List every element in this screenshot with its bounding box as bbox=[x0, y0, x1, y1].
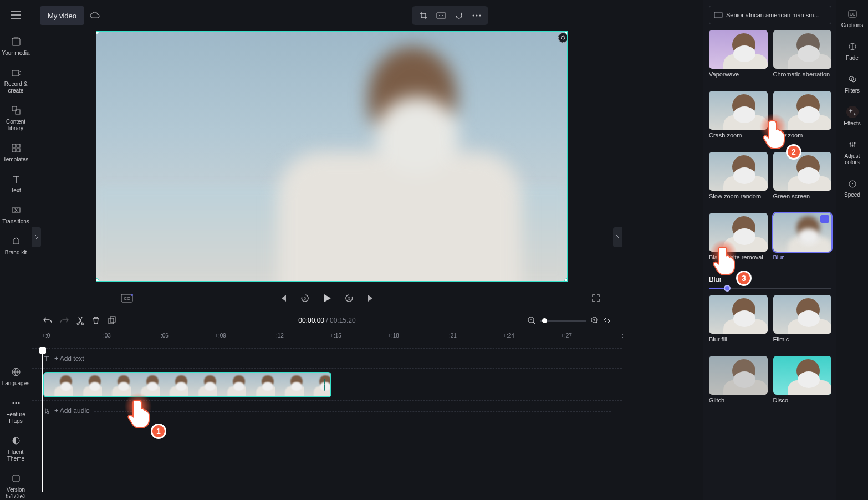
rail-version[interactable]: Version f5173e3 bbox=[1, 472, 32, 500]
rail-text[interactable]: Text bbox=[1, 173, 32, 194]
effects-icon bbox=[846, 106, 859, 118]
prop-fade[interactable]: Fade bbox=[837, 40, 868, 61]
speed-icon bbox=[846, 177, 859, 190]
captions-toggle[interactable]: CC bbox=[121, 292, 133, 304]
svg-text:5: 5 bbox=[348, 297, 350, 300]
effect-disco[interactable]: Disco bbox=[773, 356, 832, 411]
effect-green-screen[interactable]: Green screen bbox=[773, 152, 832, 207]
languages-icon bbox=[10, 366, 22, 378]
ruler-tick: :12 bbox=[276, 333, 284, 339]
rail-feature-flags[interactable]: Feature Flags bbox=[1, 397, 32, 425]
cloud-sync-icon bbox=[90, 12, 100, 19]
play-button[interactable] bbox=[321, 292, 333, 304]
svg-point-12 bbox=[18, 402, 19, 404]
left-rail: Your mediaRecord & createContent library… bbox=[0, 0, 32, 500]
fullscreen-button[interactable] bbox=[590, 292, 602, 304]
ruler-tick: :15 bbox=[334, 333, 341, 339]
rail-brand-kit[interactable]: Brand kit bbox=[1, 235, 32, 256]
rail-languages[interactable]: Languages bbox=[1, 366, 32, 387]
clip-trim-right[interactable] bbox=[324, 379, 328, 391]
duplicate-button[interactable] bbox=[108, 316, 116, 325]
video-lane bbox=[32, 368, 622, 400]
menu-button[interactable] bbox=[6, 4, 27, 25]
fit-button[interactable] bbox=[433, 8, 450, 23]
prop-captions[interactable]: CCCaptions bbox=[837, 8, 868, 28]
rail-record-create[interactable]: Record & create bbox=[1, 67, 32, 94]
rotate-button[interactable] bbox=[451, 8, 467, 23]
split-button[interactable] bbox=[76, 316, 84, 325]
project-title-text: My video bbox=[48, 12, 76, 20]
effect-slow-zoom-random[interactable]: Slow zoom random bbox=[709, 152, 768, 207]
left-drawer-toggle[interactable] bbox=[32, 227, 41, 247]
time-display: 00:00.00 / 00:15.20 bbox=[298, 317, 355, 324]
effect-blur[interactable]: Blur bbox=[773, 213, 832, 268]
effect-blur-fill[interactable]: Blur fill bbox=[709, 295, 768, 350]
audio-icon bbox=[43, 407, 50, 414]
effect-crash-zoom[interactable]: Crash zoom bbox=[709, 91, 768, 146]
prop-speed[interactable]: Speed bbox=[837, 177, 868, 198]
rail-templates[interactable]: Templates bbox=[1, 142, 32, 163]
more-button[interactable] bbox=[468, 8, 485, 23]
ruler-tick: :06 bbox=[161, 333, 169, 339]
ruler-tick: :21 bbox=[449, 333, 457, 339]
timeline-ruler[interactable]: :0:03:06:09:12:15:18:21:24:27: bbox=[32, 333, 622, 346]
forward-5-button[interactable]: 5 bbox=[343, 292, 355, 304]
svg-rect-7 bbox=[17, 149, 20, 152]
effect-bw-removal[interactable]: Black/white removal bbox=[709, 213, 768, 268]
rail-content-library[interactable]: Content library bbox=[1, 104, 32, 132]
preview-canvas[interactable] bbox=[96, 31, 568, 282]
clip-settings-gear-icon[interactable] bbox=[558, 33, 568, 43]
rail-transitions[interactable]: Transitions bbox=[1, 204, 32, 225]
svg-rect-29 bbox=[109, 318, 114, 324]
your-media-icon bbox=[10, 35, 22, 48]
delete-button[interactable] bbox=[92, 316, 100, 325]
rail-your-media[interactable]: Your media bbox=[1, 35, 32, 57]
fade-icon bbox=[846, 40, 859, 53]
ruler-tick: :24 bbox=[507, 333, 514, 339]
svg-point-11 bbox=[15, 402, 17, 404]
selected-clip-chip[interactable]: Senior african american man sm… bbox=[709, 6, 831, 24]
effect-slow-zoom[interactable]: Slow zoom bbox=[773, 91, 832, 146]
prop-filters[interactable]: Filters bbox=[837, 73, 868, 94]
svg-point-17 bbox=[442, 15, 443, 16]
ruler-tick: :09 bbox=[218, 333, 226, 339]
project-title[interactable]: My video bbox=[40, 6, 84, 25]
ruler-tick: :27 bbox=[564, 333, 572, 339]
effect-filmic[interactable]: Filmic bbox=[773, 295, 832, 350]
svg-rect-4 bbox=[12, 144, 16, 147]
skip-forward-button[interactable] bbox=[365, 292, 377, 304]
resize-handle-br[interactable] bbox=[564, 278, 568, 282]
undo-button[interactable] bbox=[43, 317, 52, 324]
text-icon bbox=[43, 355, 50, 362]
crop-button[interactable] bbox=[415, 8, 432, 23]
audio-lane[interactable]: + Add audio bbox=[32, 400, 622, 420]
resize-handle-tl[interactable] bbox=[96, 31, 99, 34]
zoom-in-button[interactable] bbox=[591, 317, 599, 324]
zoom-out-button[interactable] bbox=[528, 317, 535, 324]
effect-vaporwave[interactable]: Vaporwave bbox=[709, 30, 768, 85]
ruler-tick: : bbox=[622, 333, 624, 339]
zoom-slider[interactable] bbox=[540, 320, 586, 322]
rail-fluent-theme[interactable]: Fluent Theme bbox=[1, 435, 32, 462]
effect-chromatic[interactable]: Chromatic aberration bbox=[773, 30, 832, 85]
skip-back-button[interactable] bbox=[277, 292, 289, 304]
timeline-tools: 00:00.00 / 00:15.20 bbox=[32, 310, 622, 330]
prop-effects[interactable]: Effects bbox=[837, 106, 868, 126]
blur-slider[interactable]: Blur bbox=[709, 274, 831, 289]
effect-glitch[interactable]: Glitch bbox=[709, 356, 768, 411]
svg-point-41 bbox=[851, 145, 853, 147]
redo-button[interactable] bbox=[60, 317, 69, 324]
right-drawer-toggle[interactable] bbox=[613, 227, 622, 247]
fit-timeline-button[interactable] bbox=[603, 317, 611, 324]
text-lane[interactable]: + Add text bbox=[32, 348, 622, 368]
add-text-label: + Add text bbox=[54, 355, 84, 363]
video-clip[interactable] bbox=[43, 372, 331, 397]
timeline-zoom bbox=[528, 317, 611, 324]
effects-panel: Senior african american man sm… Vaporwav… bbox=[703, 0, 836, 500]
svg-text:CC: CC bbox=[124, 296, 130, 301]
svg-rect-0 bbox=[12, 39, 20, 45]
selected-clip-label: Senior african american man sm… bbox=[726, 12, 820, 18]
prop-adjust-colors[interactable]: Adjust colors bbox=[837, 139, 868, 165]
rewind-5-button[interactable]: 5 bbox=[299, 292, 311, 304]
adjust-colors-icon bbox=[846, 139, 859, 151]
